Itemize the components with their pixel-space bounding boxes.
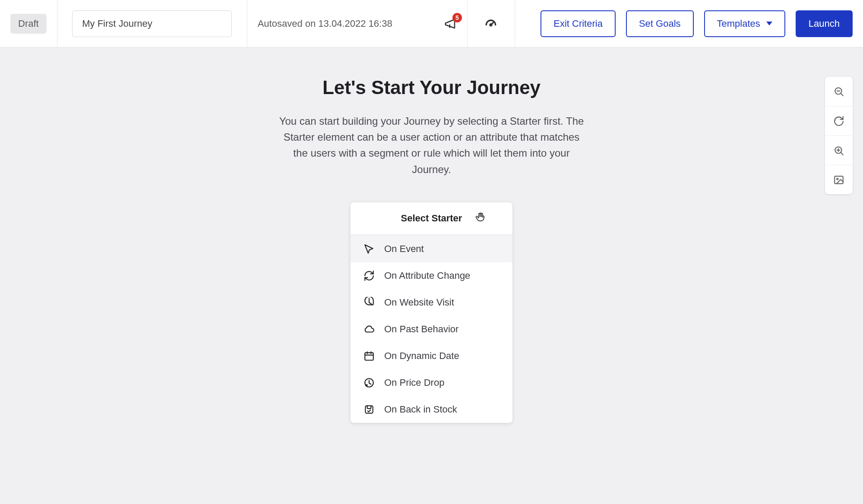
refresh-icon — [833, 116, 844, 127]
actions-cell: Exit Criteria Set Goals Templates Launch — [515, 0, 863, 47]
svg-rect-2 — [365, 353, 373, 360]
image-button[interactable] — [825, 165, 853, 194]
zoom-in-icon — [833, 145, 844, 156]
zoom-out-button[interactable] — [825, 77, 853, 106]
launch-label: Launch — [809, 18, 840, 29]
starter-item-label: On Back in Stock — [384, 404, 457, 415]
refresh-icon — [364, 270, 375, 281]
notifications-button[interactable]: 5 — [444, 17, 457, 30]
cloud-icon — [364, 324, 375, 335]
starter-list: On Event On Attribute Change On Website … — [351, 236, 512, 423]
starter-item-on-dynamic-date[interactable]: On Dynamic Date — [351, 343, 512, 369]
gauge-icon — [484, 17, 498, 31]
status-cell: Draft — [0, 0, 57, 47]
exit-criteria-button[interactable]: Exit Criteria — [541, 10, 616, 37]
starter-item-label: On Dynamic Date — [384, 350, 459, 362]
starter-item-on-price-drop[interactable]: On Price Drop — [351, 369, 512, 396]
starter-item-label: On Price Drop — [384, 377, 444, 388]
starter-item-on-back-in-stock[interactable]: On Back in Stock — [351, 396, 512, 423]
pie-icon — [364, 297, 375, 308]
status-chip: Draft — [10, 14, 47, 34]
starter-item-on-attribute-change[interactable]: On Attribute Change — [351, 262, 512, 289]
page-title: Let's Start Your Journey — [0, 77, 863, 98]
page-subtitle: You can start building your Journey by s… — [276, 113, 587, 177]
stock-icon — [364, 404, 375, 415]
zoom-out-icon — [833, 86, 844, 97]
set-goals-label: Set Goals — [639, 18, 681, 29]
price-drop-icon — [364, 377, 375, 388]
cursor-icon — [364, 243, 375, 255]
reset-zoom-button[interactable] — [825, 106, 853, 135]
starter-item-on-event[interactable]: On Event — [351, 236, 512, 262]
speed-cell[interactable] — [468, 0, 515, 47]
svg-line-1 — [491, 22, 493, 25]
starter-item-label: On Past Behavior — [384, 324, 458, 335]
autosave-cell: Autosaved on 13.04.2022 16:38 5 — [247, 0, 468, 47]
starter-item-on-past-behavior[interactable]: On Past Behavior — [351, 316, 512, 343]
journey-name-input[interactable] — [72, 10, 232, 37]
svg-point-16 — [837, 178, 838, 180]
chevron-down-icon — [766, 22, 772, 25]
starter-item-label: On Attribute Change — [384, 270, 470, 281]
exit-criteria-label: Exit Criteria — [553, 18, 603, 29]
autosave-text: Autosaved on 13.04.2022 16:38 — [258, 18, 392, 29]
hero: Let's Start Your Journey You can start b… — [0, 77, 863, 177]
notification-count-badge: 5 — [452, 13, 462, 22]
templates-label: Templates — [717, 18, 760, 29]
zoom-tools — [825, 77, 853, 194]
templates-button[interactable]: Templates — [704, 10, 785, 37]
starter-header-label: Select Starter — [401, 213, 462, 224]
top-bar: Draft Autosaved on 13.04.2022 16:38 5 Ex… — [0, 0, 863, 47]
svg-rect-7 — [365, 406, 373, 413]
zoom-in-button[interactable] — [825, 135, 853, 165]
set-goals-button[interactable]: Set Goals — [626, 10, 694, 37]
svg-line-9 — [841, 93, 843, 95]
starter-item-label: On Website Visit — [384, 297, 454, 308]
image-icon — [833, 174, 844, 186]
journey-name-cell — [57, 0, 247, 47]
starter-card: Select Starter On Event On Attribute Cha… — [351, 202, 512, 423]
starter-item-label: On Event — [384, 243, 424, 255]
calendar-icon — [364, 350, 375, 362]
svg-line-12 — [841, 152, 843, 154]
starter-item-on-website-visit[interactable]: On Website Visit — [351, 289, 512, 316]
hand-cursor-icon — [475, 212, 486, 225]
launch-button[interactable]: Launch — [796, 10, 853, 37]
starter-header[interactable]: Select Starter — [351, 202, 512, 236]
